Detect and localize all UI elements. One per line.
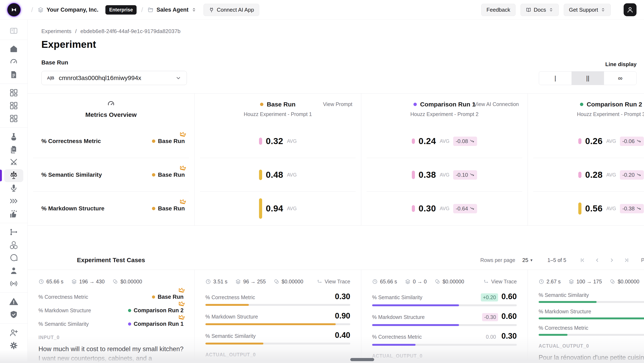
actual-output-label: ACTUAL_OUTPUT_0 bbox=[372, 353, 517, 359]
flask-icon bbox=[9, 132, 18, 141]
test-case-base-run-card[interactable]: 3.51 s 96 → 255 $0.00000 View Trace % Co… bbox=[194, 270, 361, 363]
card-metric-row: % Markdown Structure bbox=[538, 308, 644, 319]
metric-progress-fill bbox=[206, 323, 336, 325]
sidebar-item-home[interactable] bbox=[0, 42, 28, 55]
metric-name: % Semantic Similarity bbox=[206, 333, 256, 339]
avg-label: AVG bbox=[287, 206, 297, 212]
base-run-dot bbox=[152, 140, 155, 143]
line-display-option-single[interactable]: | bbox=[539, 72, 572, 85]
actual-output-field: ACTUAL_OUTPUT_0 The cost to remodel a sm… bbox=[372, 353, 517, 363]
connect-ai-app-button[interactable]: Connect AI App bbox=[204, 4, 259, 16]
sidebar-divider bbox=[0, 128, 28, 128]
test-case-comparison-run-2-card[interactable]: 2.67 s 100 → 175 $0.00000 % Semantic Sim… bbox=[528, 270, 644, 363]
metric-value-cell: 0.32 AVG bbox=[194, 124, 361, 158]
rows-per-page-select[interactable]: 25 ▾ bbox=[522, 257, 532, 264]
metric-progress-track bbox=[206, 343, 350, 344]
view-trace-link[interactable]: View Trace bbox=[317, 278, 350, 284]
sidebar-item-users[interactable] bbox=[0, 264, 28, 277]
metric-name: % Correctness Metric bbox=[38, 294, 88, 300]
layers-icon bbox=[38, 7, 44, 13]
column-header-base-run: Base Run View Prompt Houzz Experiment - … bbox=[194, 94, 361, 124]
sidebar-item-evaluations-active[interactable] bbox=[0, 169, 28, 182]
breadcrumb-experiments-link[interactable]: Experiments bbox=[41, 28, 72, 34]
metrics-overview-header: Metrics Overview bbox=[28, 94, 194, 124]
trace-nodes-icon bbox=[9, 228, 18, 236]
docs-button[interactable]: Docs bbox=[520, 4, 559, 16]
sidebar-item-invite[interactable] bbox=[0, 326, 28, 339]
sidebar-item-panel-toggle[interactable] bbox=[0, 24, 28, 37]
trace-icon bbox=[317, 279, 322, 284]
sidebar-item-conversations[interactable] bbox=[0, 251, 28, 264]
metric-value: 0.60 bbox=[502, 292, 517, 301]
get-support-button[interactable]: Get Support bbox=[564, 4, 611, 16]
sidebar-item-grid-2[interactable] bbox=[0, 99, 28, 112]
first-page-button[interactable] bbox=[580, 258, 585, 263]
feedback-button[interactable]: Feedback bbox=[481, 4, 515, 16]
sidebar-item-voice[interactable] bbox=[0, 182, 28, 194]
base-run-dropdown-value: cmnrot3as000hql16miwy994x bbox=[59, 74, 171, 82]
line-display-block: Line display | || ∞ bbox=[539, 61, 636, 85]
duration-stat: 3.51 s bbox=[206, 278, 228, 284]
broadcast-icon bbox=[9, 279, 18, 288]
sidebar-item-models[interactable] bbox=[0, 238, 28, 251]
view-prompt-link[interactable]: View Prompt bbox=[323, 101, 352, 107]
view-trace-link[interactable]: View Trace bbox=[484, 278, 517, 284]
metric-name: % Markdown Structure bbox=[538, 308, 591, 314]
logo-bowtie-icon bbox=[10, 6, 18, 13]
sidebar-item-reports[interactable] bbox=[0, 68, 28, 81]
avg-label: AVG bbox=[440, 172, 450, 178]
diff-chip: -0.38 bbox=[620, 204, 644, 213]
sidebar-item-alerts[interactable] bbox=[0, 295, 28, 308]
horizontal-scrollbar-thumb[interactable] bbox=[350, 358, 374, 361]
thumbs-up-stars-icon bbox=[9, 210, 18, 218]
line-display-option-double-selected[interactable]: || bbox=[572, 72, 604, 85]
breadcrumb-separator: / bbox=[75, 28, 77, 34]
view-ai-connection-link[interactable]: View AI Connection bbox=[474, 101, 519, 107]
org-switcher[interactable]: Your Company, Inc. Enterprise bbox=[38, 5, 136, 14]
diff-chip: -0.06 bbox=[620, 136, 644, 146]
trending-down-icon bbox=[470, 139, 474, 144]
line-display-option-infinite[interactable]: ∞ bbox=[604, 72, 636, 85]
sidebar-item-monitoring[interactable] bbox=[0, 277, 28, 290]
microphone-icon bbox=[9, 184, 18, 192]
sidebar-item-ratings[interactable] bbox=[0, 208, 28, 220]
active-item-indicator bbox=[0, 170, 2, 181]
sidebar-item-datasets[interactable] bbox=[0, 143, 28, 156]
test-case-summary-card[interactable]: 65.66 s 196 → 430 $0.00000 % Correctness… bbox=[28, 270, 194, 363]
column-header-comparison-run-2: Comparison Run 2 Houzz Experiment - Prom… bbox=[528, 94, 644, 124]
winner-run-name: Base Run bbox=[158, 172, 185, 178]
card-metric-row: % Correctness Metric bbox=[538, 325, 644, 336]
column-header-comparison-run-1: Comparison Run 1 View AI Connection Houz… bbox=[361, 94, 528, 124]
sidebar-item-guardrails[interactable] bbox=[0, 308, 28, 321]
sidebar-item-traces[interactable] bbox=[0, 226, 28, 238]
sidebar-item-experiments-flask[interactable] bbox=[0, 130, 28, 143]
sidebar-item-pipelines[interactable] bbox=[0, 194, 28, 208]
workspace-switcher[interactable]: Sales Agent bbox=[148, 7, 196, 13]
base-run-dropdown[interactable]: A|B cmnrot3as000hql16miwy994x bbox=[41, 71, 187, 85]
user-plus-icon bbox=[9, 328, 18, 337]
user-avatar[interactable] bbox=[624, 3, 636, 16]
diff-value: -0.08 bbox=[456, 138, 468, 144]
tokens-stat: 100 → 175 bbox=[568, 278, 602, 284]
avg-label: AVG bbox=[606, 138, 616, 144]
test-case-comparison-run-1-card[interactable]: 65.66 s 0 → 0 $0.00000 View Trace % Sema… bbox=[361, 270, 528, 363]
org-name: Your Company, Inc. bbox=[46, 7, 98, 13]
sidebar-item-grid-3[interactable] bbox=[0, 112, 28, 125]
next-page-button[interactable] bbox=[609, 258, 615, 263]
metric-progress-fill bbox=[538, 301, 596, 303]
metric-progress-fill bbox=[538, 334, 568, 336]
last-page-button[interactable] bbox=[624, 258, 630, 263]
crown-icon bbox=[177, 300, 186, 308]
diff-chip: +0.20 bbox=[481, 293, 498, 302]
comparison-run-1-dot bbox=[414, 103, 417, 106]
value-pill bbox=[412, 138, 415, 144]
sidebar-item-settings[interactable] bbox=[0, 339, 28, 352]
folder-icon bbox=[148, 7, 154, 13]
run-dot bbox=[152, 296, 155, 298]
sidebar-item-arena[interactable] bbox=[0, 156, 28, 169]
chevron-updown-icon bbox=[600, 7, 606, 12]
app-logo[interactable] bbox=[8, 3, 20, 16]
sidebar-item-dashboard[interactable] bbox=[0, 55, 28, 68]
previous-page-button[interactable] bbox=[594, 258, 600, 263]
sidebar-item-grid-1[interactable] bbox=[0, 86, 28, 99]
